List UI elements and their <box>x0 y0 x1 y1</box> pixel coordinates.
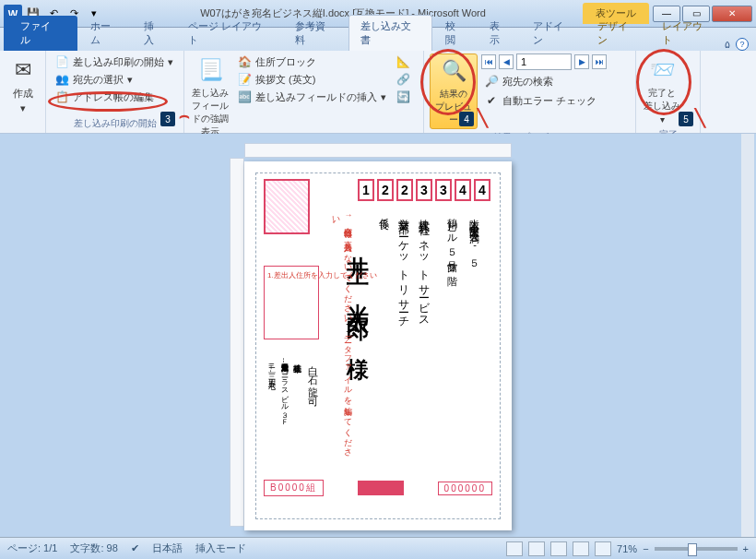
step-badge-4: 4 <box>459 112 474 126</box>
tab-table-layout[interactable]: レイアウト <box>651 16 723 51</box>
address-block-button[interactable]: 🏠住所ブロック <box>234 54 389 70</box>
tab-references[interactable]: 参考資料 <box>284 16 347 51</box>
zoom-in-button[interactable]: + <box>743 543 749 554</box>
finish-merge-button[interactable]: 📨完了と 差し込み▾ <box>642 54 682 126</box>
finish-icon: 📨 <box>647 55 677 85</box>
status-proofing-icon[interactable]: ✔ <box>131 542 139 554</box>
greet-icon: 📝 <box>237 72 252 87</box>
tab-view[interactable]: 表示 <box>478 16 521 51</box>
group-start-label: 差し込み印刷の開始 <box>52 115 178 130</box>
sender-address-2: 千葉県木更津市畳見台東〇-一〇-一〇 コーラスビル３Ｆ <box>278 358 289 487</box>
tab-mailings[interactable]: 差し込み文書 <box>348 15 432 51</box>
check-icon: ✔ <box>484 93 499 108</box>
status-words[interactable]: 文字数: 98 <box>70 541 117 555</box>
recipient-company-2: 営業部マーケットリサーチ <box>396 210 411 413</box>
page[interactable]: 1 2 2 3 3 4 4 大阪市中央区西天満３-５ 鶴川ビル５号館２階 株式会… <box>244 161 512 530</box>
step-badge-5: 5 <box>679 112 693 126</box>
status-zoom[interactable]: 71% <box>617 543 637 554</box>
edit-list-icon: 📋 <box>54 89 69 104</box>
select-recipients-button[interactable]: 👥宛先の選択▾ <box>52 71 176 88</box>
warning-text: →宛名情報は直接入力しないでください。データファイルを編集してください。 <box>330 210 354 469</box>
zip-boxes: 1 2 2 3 3 4 4 <box>358 179 490 201</box>
minimize-ribbon-icon[interactable]: ۵ <box>725 39 730 51</box>
create-button[interactable]: ✉作成▾ <box>6 54 40 116</box>
first-record-button[interactable]: ⏮ <box>481 54 496 69</box>
document-area[interactable]: 1 2 2 3 3 4 4 大阪市中央区西天満３-５ 鶴川ビル５号館２階 株式会… <box>0 134 756 537</box>
search-icon: 🔎 <box>484 74 499 89</box>
tab-home[interactable]: ホーム <box>79 16 132 51</box>
next-record-button[interactable]: ▶ <box>574 54 589 69</box>
view-draft-button[interactable] <box>595 541 611 556</box>
addr-icon: 🏠 <box>237 54 252 69</box>
tab-review[interactable]: 校閲 <box>434 16 477 51</box>
recipient-title: 係長 <box>377 210 391 266</box>
tab-page-layout[interactable]: ページ レイアウト <box>177 16 282 51</box>
prev-record-button[interactable]: ◀ <box>499 54 514 69</box>
people-icon: 👥 <box>54 72 69 87</box>
tab-file[interactable]: ファイル <box>4 16 77 51</box>
start-merge-button[interactable]: 📄差し込み印刷の開始▾ <box>52 54 176 70</box>
view-fullscreen-button[interactable] <box>528 541 545 556</box>
zoom-slider[interactable] <box>655 547 738 551</box>
sender-name: 白 石 龍 司 <box>306 358 320 487</box>
zoom-out-button[interactable]: − <box>643 543 648 554</box>
status-mode[interactable]: 挿入モード <box>195 541 246 555</box>
sender-address-1: 〒ニ三一-四五六七 <box>266 358 276 487</box>
view-web-button[interactable] <box>550 541 567 556</box>
barcode-right: 000000 <box>438 482 492 495</box>
sender-note: 1.差出人住所を入力してください <box>267 270 377 280</box>
horizontal-ruler[interactable] <box>244 143 512 158</box>
view-outline-button[interactable] <box>573 541 589 556</box>
greeting-button[interactable]: 📝挨拶文 (英文) <box>234 71 389 88</box>
status-page[interactable]: ページ: 1/1 <box>7 541 57 555</box>
sender-company: 千葉株式会社 <box>291 358 303 487</box>
match-fields-button[interactable]: 🔗 <box>393 71 413 88</box>
tab-insert[interactable]: 挿入 <box>133 16 175 51</box>
step-badge-3: 3 <box>160 112 175 126</box>
recipient-address-2: 鶴川ビル５号館２階 <box>445 210 459 413</box>
last-record-button[interactable]: ⏭ <box>592 54 607 69</box>
field-icon: 🔤 <box>237 89 252 104</box>
recipient-company-1: 株式会社□ネットサービス <box>416 210 431 413</box>
tab-design[interactable]: デザイン <box>586 16 649 51</box>
rules-icon: 📐 <box>396 54 410 69</box>
highlight-icon: 📃 <box>195 55 225 85</box>
update-labels-button[interactable]: 🔄 <box>393 89 413 105</box>
vertical-ruler[interactable] <box>230 158 244 527</box>
insert-field-button[interactable]: 🔤差し込みフィールドの挿入▾ <box>234 89 389 105</box>
tab-addin[interactable]: アドイン <box>522 16 585 51</box>
magnify-icon: 🔍 <box>439 56 468 86</box>
postmark-icon <box>358 481 404 495</box>
envelope-icon: ✉ <box>8 55 38 85</box>
record-number-input[interactable] <box>516 54 572 70</box>
auto-check-errors-button[interactable]: ✔自動エラー チェック <box>481 92 607 109</box>
arrow-5: ╲ <box>695 108 705 128</box>
vertical-scrollbar[interactable] <box>740 134 754 537</box>
help-icon[interactable]: ? <box>736 38 749 51</box>
doc-icon: 📄 <box>54 54 69 69</box>
rules-button[interactable]: 📐 <box>393 54 413 70</box>
recipient-address-1: 大阪市中央区西天満３-５ <box>467 210 481 413</box>
highlight-fields-button[interactable]: 📃差し込みフィールドの強調表示 <box>190 54 230 140</box>
update-icon: 🔄 <box>396 89 410 104</box>
edit-recipients-button[interactable]: 📋アドレス帳の編集 <box>52 89 176 105</box>
match-icon: 🔗 <box>396 72 410 87</box>
status-language[interactable]: 日本語 <box>152 541 183 555</box>
find-recipient-button[interactable]: 🔎宛先の検索 <box>481 73 607 89</box>
dropdown-icon: ▾ <box>20 102 26 114</box>
barcode-left: B0000組 <box>264 480 324 496</box>
view-print-layout-button[interactable] <box>506 541 523 556</box>
arrow-4: ╲ <box>478 108 488 128</box>
stamp-area <box>264 179 310 234</box>
